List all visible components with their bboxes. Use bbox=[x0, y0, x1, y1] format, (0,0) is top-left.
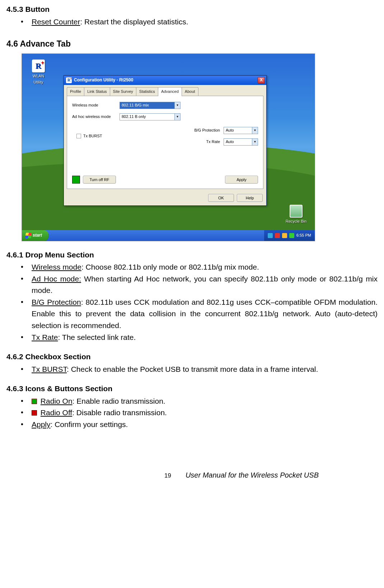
taskbar: start 6:55 PM bbox=[22, 230, 315, 241]
page-number: 19 bbox=[164, 471, 171, 480]
recycle-bin-icon bbox=[290, 205, 303, 218]
list-463: Radio On: Enable radio transmission. Rad… bbox=[6, 395, 378, 431]
tab-advanced[interactable]: Advanced bbox=[158, 87, 182, 96]
label-tx-rate: Tx Rate bbox=[189, 139, 220, 145]
dialog-footer: OK Help bbox=[64, 192, 266, 205]
label-adhoc-mode: Ad hoc wireless mode bbox=[72, 114, 120, 120]
term: B/G Protection bbox=[32, 298, 81, 306]
item-tx-rate: Tx Rate: The selected link rate. bbox=[21, 332, 378, 343]
chevron-down-icon[interactable]: ▼ bbox=[252, 127, 258, 134]
desc-reset-counter: : Restart the displayed statistics. bbox=[80, 18, 188, 26]
term: Wireless mode bbox=[32, 263, 81, 271]
screenshot-advance-tab: R WLAN Utility Recycle Bin R Configurati… bbox=[22, 53, 315, 241]
combo-bg-value: Auto bbox=[224, 127, 252, 133]
item-radio-on: Radio On: Enable radio transmission. bbox=[21, 395, 378, 407]
item-tx-burst: Tx BURST: Check to enable the Pocket USB… bbox=[21, 364, 378, 375]
combo-tx-rate-value: Auto bbox=[224, 139, 252, 145]
term: Radio On bbox=[41, 397, 72, 405]
heading-463: 4.6.3 Icons & Buttons Section bbox=[6, 383, 378, 395]
term-reset-counter: Reset Counter bbox=[32, 18, 80, 26]
tray-icon[interactable] bbox=[275, 233, 280, 238]
item-apply: Apply: Confirm your settings. bbox=[21, 419, 378, 431]
recycle-bin-label: Recycle Bin bbox=[283, 218, 309, 224]
tray-icon[interactable] bbox=[282, 233, 287, 238]
tab-statistics[interactable]: Statistics bbox=[136, 87, 158, 96]
dialog-titlebar[interactable]: R Configuration Utility - Rt2500 X bbox=[64, 76, 266, 85]
footer-title: User Manual for the Wireless Pocket USB bbox=[186, 470, 319, 481]
checkbox-label: Tx BURST bbox=[83, 133, 102, 139]
checkbox-tx-burst[interactable]: Tx BURST bbox=[76, 133, 102, 139]
term: Tx BURST bbox=[32, 365, 67, 373]
combo-wireless-mode[interactable]: 802.11 B/G mix ▼ bbox=[120, 102, 181, 109]
ok-button[interactable]: OK bbox=[208, 194, 234, 202]
heading-462: 4.6.2 Checkbox Section bbox=[6, 351, 378, 363]
help-button[interactable]: Help bbox=[237, 194, 263, 202]
combo-adhoc-mode-value: 802.11 B only bbox=[120, 114, 174, 120]
heading-453: 4.5.3 Button bbox=[6, 4, 378, 15]
desc: : Confirm your settings. bbox=[51, 420, 128, 428]
wlan-utility-icon: R bbox=[32, 60, 45, 72]
dialog-title: Configuration Utility - Rt2500 bbox=[74, 77, 256, 84]
item-adhoc-mode: Ad Hoc mode: When starting Ad Hoc networ… bbox=[21, 273, 378, 297]
label-wireless-mode: Wireless mode bbox=[72, 102, 120, 108]
page-footer: 19 User Manual for the Wireless Pocket U… bbox=[6, 470, 378, 481]
combo-wireless-mode-value: 802.11 B/G mix bbox=[120, 102, 174, 108]
radio-off-icon bbox=[32, 410, 37, 416]
list-461: Wireless mode: Choose 802.11b only mode … bbox=[6, 261, 378, 343]
desc: When starting Ad Hoc network, you can sp… bbox=[32, 275, 378, 295]
radio-on-icon bbox=[72, 176, 80, 184]
desc: : The selected link rate. bbox=[58, 333, 136, 341]
turn-off-rf-button[interactable]: Turn off RF bbox=[83, 176, 116, 184]
heading-46: 4.6 Advance Tab bbox=[6, 38, 378, 51]
config-utility-dialog: R Configuration Utility - Rt2500 X Profi… bbox=[64, 75, 267, 206]
item-radio-off: Radio Off: Disable radio transmission. bbox=[21, 407, 378, 419]
checkbox-box[interactable] bbox=[76, 134, 81, 138]
list-453: Reset Counter: Restart the displayed sta… bbox=[6, 16, 378, 28]
tab-link-status[interactable]: Link Status bbox=[84, 87, 110, 96]
chevron-down-icon[interactable]: ▼ bbox=[252, 139, 258, 145]
tab-strip: Profile Link Status Site Survey Statisti… bbox=[67, 87, 263, 96]
item-wireless-mode: Wireless mode: Choose 802.11b only mode … bbox=[21, 261, 378, 273]
term: Tx Rate bbox=[32, 333, 58, 341]
term: Apply bbox=[32, 420, 51, 428]
tray-clock: 6:55 PM bbox=[296, 232, 311, 238]
start-label: start bbox=[33, 232, 42, 239]
shortcut-label: WLAN Utility bbox=[28, 73, 49, 85]
desc: : Enable radio transmission. bbox=[72, 397, 165, 405]
term: Ad Hoc mode: bbox=[32, 275, 81, 283]
combo-bg-protection[interactable]: Auto ▼ bbox=[224, 127, 258, 134]
combo-adhoc-mode[interactable]: 802.11 B only ▼ bbox=[120, 113, 181, 120]
start-button[interactable]: start bbox=[22, 230, 48, 241]
desc: : 802.11b uses CCK modulation and 802.11… bbox=[32, 298, 378, 329]
tab-profile[interactable]: Profile bbox=[67, 87, 84, 96]
desc: : Choose 802.11b only mode or 802.11b/g … bbox=[81, 263, 259, 271]
recycle-bin[interactable]: Recycle Bin bbox=[283, 205, 309, 224]
list-462: Tx BURST: Check to enable the Pocket USB… bbox=[6, 364, 378, 375]
tray-icon[interactable] bbox=[289, 233, 294, 238]
dialog-app-icon: R bbox=[66, 77, 72, 83]
chevron-down-icon[interactable]: ▼ bbox=[174, 102, 180, 109]
desc: : Disable radio transmission. bbox=[72, 408, 167, 417]
apply-button[interactable]: Apply bbox=[225, 176, 258, 184]
combo-tx-rate[interactable]: Auto ▼ bbox=[224, 138, 258, 146]
close-button[interactable]: X bbox=[258, 77, 265, 84]
radio-on-icon bbox=[32, 399, 37, 404]
chevron-down-icon[interactable]: ▼ bbox=[174, 114, 180, 120]
heading-461: 4.6.1 Drop Menu Section bbox=[6, 249, 378, 261]
desktop-shortcut-wlan[interactable]: R WLAN Utility bbox=[28, 60, 49, 85]
tab-about[interactable]: About bbox=[182, 87, 198, 96]
desc: : Check to enable the Pocket USB to tran… bbox=[67, 365, 318, 373]
system-tray[interactable]: 6:55 PM bbox=[264, 230, 315, 241]
label-bg-protection: B/G Protection bbox=[189, 127, 220, 133]
tray-icon[interactable] bbox=[268, 233, 273, 238]
advanced-panel: Wireless mode 802.11 B/G mix ▼ Ad hoc wi… bbox=[67, 96, 263, 189]
windows-logo-icon bbox=[25, 233, 32, 238]
term: Radio Off bbox=[41, 408, 72, 417]
tab-site-survey[interactable]: Site Survey bbox=[110, 87, 136, 96]
item-reset-counter: Reset Counter: Restart the displayed sta… bbox=[21, 16, 378, 28]
item-bg-protection: B/G Protection: 802.11b uses CCK modulat… bbox=[21, 297, 378, 332]
